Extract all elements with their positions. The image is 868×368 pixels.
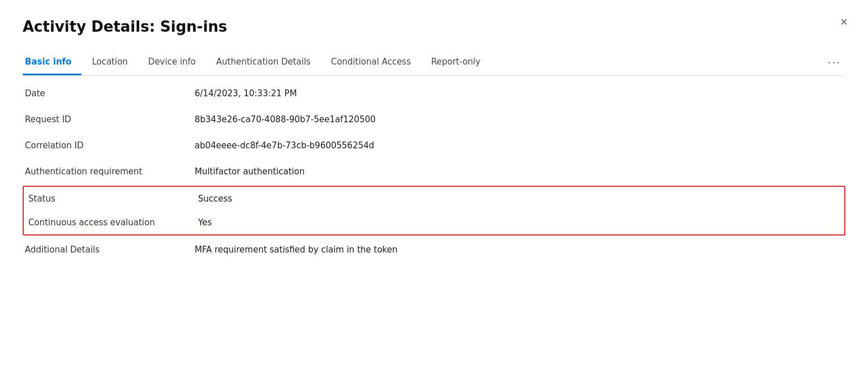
field-value-status: Success	[198, 194, 232, 204]
field-label-additional-details: Additional Details	[25, 245, 195, 255]
close-button[interactable]: ×	[840, 16, 848, 28]
field-label-status: Status	[28, 194, 198, 204]
field-label-auth-requirement: Authentication requirement	[25, 166, 195, 177]
dialog-title: Activity Details: Sign-ins	[23, 18, 845, 35]
field-label-correlation-id: Correlation ID	[25, 140, 195, 151]
tab-report-only[interactable]: Report-only	[421, 51, 491, 75]
field-value-additional-details: MFA requirement satisfied by claim in th…	[195, 245, 397, 255]
activity-details-dialog: Activity Details: Sign-ins × Basic info …	[0, 0, 868, 368]
tab-device-info[interactable]: Device info	[138, 51, 206, 75]
tab-more-button[interactable]: ···	[823, 51, 845, 75]
field-status: Status Success	[24, 187, 844, 211]
field-date: Date 6/14/2023, 10:33:21 PM	[23, 80, 845, 106]
field-continuous-access: Continuous access evaluation Yes	[24, 211, 844, 234]
field-request-id: Request ID 8b343e26-ca70-4088-90b7-5ee1a…	[23, 106, 845, 132]
field-label-continuous-access: Continuous access evaluation	[28, 217, 198, 228]
field-label-request-id: Request ID	[25, 114, 195, 125]
field-additional-details: Additional Details MFA requirement satis…	[23, 237, 845, 263]
tab-location[interactable]: Location	[81, 51, 137, 75]
tab-bar: Basic info Location Device info Authenti…	[23, 51, 845, 76]
field-value-correlation-id: ab04eeee-dc8f-4e7b-73cb-b9600556254d	[195, 140, 374, 151]
field-correlation-id: Correlation ID ab04eeee-dc8f-4e7b-73cb-b…	[23, 132, 845, 159]
tab-authentication-details[interactable]: Authentication Details	[206, 51, 321, 75]
field-label-date: Date	[25, 88, 195, 99]
field-auth-requirement: Authentication requirement Multifactor a…	[23, 159, 845, 185]
field-value-auth-requirement: Multifactor authentication	[195, 166, 304, 177]
tab-basic-info[interactable]: Basic info	[23, 51, 81, 75]
field-value-date: 6/14/2023, 10:33:21 PM	[195, 88, 297, 99]
field-value-continuous-access: Yes	[198, 217, 212, 228]
field-value-request-id: 8b343e26-ca70-4088-90b7-5ee1af120500	[195, 114, 376, 125]
highlighted-group: Status Success Continuous access evaluat…	[23, 186, 845, 236]
tab-content: Date 6/14/2023, 10:33:21 PM Request ID 8…	[23, 76, 845, 263]
tab-conditional-access[interactable]: Conditional Access	[321, 51, 421, 75]
